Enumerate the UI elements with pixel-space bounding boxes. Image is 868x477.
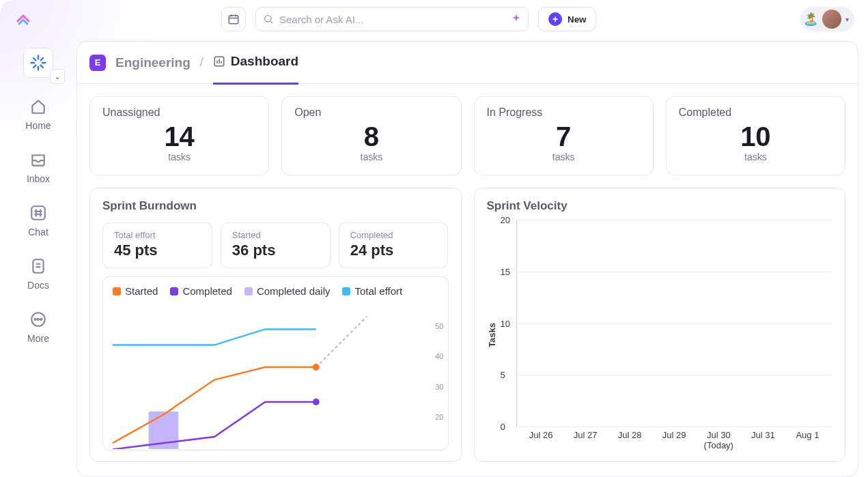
burndown-ytick: 20: [435, 413, 443, 421]
space-name[interactable]: Engineering: [115, 55, 191, 70]
sprint-velocity-card: Sprint Velocity Tasks 05101520 Jul 26Jul…: [474, 188, 846, 462]
mini-label: Completed: [350, 230, 437, 240]
more-icon: [29, 310, 48, 329]
tab-dashboard[interactable]: Dashboard: [213, 54, 298, 85]
svg-point-7: [40, 319, 42, 320]
breadcrumb-tabs: E Engineering / Dashboard: [77, 42, 858, 84]
calendar-button[interactable]: [221, 7, 246, 31]
workspace-switcher[interactable]: ⌄: [50, 69, 65, 84]
svg-point-5: [35, 319, 36, 320]
plus-icon: +: [548, 12, 562, 26]
velocity-ytick: 0: [501, 422, 505, 432]
breadcrumb-separator: /: [200, 55, 204, 70]
main-panel: E Engineering / Dashboard Unassigned 14 …: [76, 41, 858, 477]
workspace-logo-icon: [29, 53, 48, 72]
velocity-grid: 05101520: [516, 220, 833, 427]
velocity-xtick: Jul 27: [565, 430, 606, 450]
dashboard-content: Unassigned 14 tasks Open 8 tasks In Prog…: [77, 84, 858, 476]
topbar: + New 🏝️ ▾: [0, 0, 868, 38]
sidebar-item-label: Chat: [28, 227, 48, 237]
stat-sub: tasks: [294, 151, 448, 162]
sidebar-item-inbox[interactable]: Inbox: [27, 150, 50, 184]
sidebar-item-label: Home: [25, 120, 51, 131]
search-box[interactable]: [255, 7, 529, 31]
search-input[interactable]: [279, 14, 506, 25]
velocity-xtick: Jul 30(Today): [698, 430, 739, 450]
burndown-chart: Started Completed Completed daily Total …: [102, 276, 449, 450]
velocity-ytick: 15: [501, 266, 510, 276]
dashboard-icon: [213, 55, 225, 68]
chevron-down-icon: ⌄: [55, 73, 60, 81]
svg-point-10: [313, 364, 320, 371]
burndown-ytick: 50: [435, 322, 443, 330]
svg-point-6: [38, 319, 39, 320]
stat-card-open[interactable]: Open 8 tasks: [281, 96, 461, 175]
stat-value: 14: [102, 121, 256, 151]
sidebar-item-label: Docs: [27, 280, 49, 291]
velocity-ylabel: Tasks: [487, 220, 497, 450]
new-button[interactable]: + New: [538, 7, 596, 31]
svg-point-1: [265, 16, 271, 22]
stat-title: Completed: [679, 106, 832, 119]
workspace-tile[interactable]: ⌄: [23, 48, 53, 78]
hash-icon: [29, 203, 48, 222]
inbox-icon: [29, 150, 48, 169]
burndown-svg: [113, 307, 438, 449]
tab-label: Dashboard: [231, 54, 298, 69]
stat-card-unassigned[interactable]: Unassigned 14 tasks: [89, 96, 269, 175]
mini-label: Total effort: [114, 230, 201, 240]
stat-card-in-progress[interactable]: In Progress 7 tasks: [474, 96, 654, 175]
velocity-xtick: Jul 28: [609, 430, 650, 450]
ai-sparkle-icon: [512, 13, 521, 25]
stat-value: 7: [487, 121, 641, 151]
velocity-xtick: Aug 1: [787, 430, 828, 450]
legend-swatch-total-effort: [342, 287, 350, 295]
space-badge[interactable]: E: [89, 55, 106, 71]
stat-card-completed[interactable]: Completed 10 tasks: [666, 96, 845, 175]
burndown-legend: Started Completed Completed daily Total …: [113, 285, 438, 297]
mini-card-started[interactable]: Started 36 pts: [221, 222, 331, 268]
search-icon: [263, 14, 274, 25]
stat-sub: tasks: [487, 151, 641, 162]
burndown-ytick: 30: [435, 383, 443, 391]
stats-row: Unassigned 14 tasks Open 8 tasks In Prog…: [89, 96, 845, 175]
velocity-ytick: 20: [501, 215, 510, 225]
mini-card-completed[interactable]: Completed 24 pts: [339, 222, 449, 268]
burndown-ytick: 40: [435, 352, 443, 360]
sidebar-item-chat[interactable]: Chat: [28, 203, 48, 237]
stat-sub: tasks: [679, 151, 832, 162]
velocity-xtick: Jul 29: [654, 430, 695, 450]
velocity-ytick: 10: [501, 318, 510, 328]
velocity-xtick: Jul 31: [742, 430, 783, 450]
home-icon: [29, 97, 48, 116]
stat-sub: tasks: [102, 151, 256, 162]
palm-icon: 🏝️: [803, 12, 818, 27]
mini-value: 36 pts: [232, 242, 319, 259]
sidebar-item-more[interactable]: More: [27, 310, 49, 344]
chevron-down-icon: ▾: [845, 16, 849, 23]
chart-title: Sprint Velocity: [487, 199, 833, 213]
legend-label: Started: [125, 285, 158, 297]
sprint-burndown-card: Sprint Burndown Total effort 45 pts Star…: [89, 188, 462, 462]
velocity-ytick: 5: [501, 370, 505, 380]
svg-rect-2: [31, 206, 45, 220]
avatar: [822, 10, 841, 29]
doc-icon: [29, 257, 48, 276]
stat-title: Open: [294, 106, 448, 119]
stat-title: In Progress: [487, 106, 641, 119]
brand-icon: [14, 10, 33, 29]
stat-value: 10: [679, 121, 832, 151]
sidebar-item-home[interactable]: Home: [25, 97, 51, 131]
mini-card-total-effort[interactable]: Total effort 45 pts: [102, 222, 212, 268]
mini-value: 24 pts: [350, 242, 437, 259]
sidebar: ⌄ Home Inbox Chat Docs More: [0, 41, 76, 477]
legend-swatch-completed-daily: [244, 287, 253, 295]
new-button-label: New: [568, 14, 586, 25]
legend-swatch-completed: [170, 287, 178, 295]
profile-menu[interactable]: 🏝️ ▾: [800, 7, 854, 31]
sidebar-item-label: More: [27, 333, 49, 344]
svg-point-11: [313, 399, 320, 405]
velocity-xtick: Jul 26: [520, 430, 561, 450]
legend-label: Total effort: [354, 285, 402, 297]
sidebar-item-docs[interactable]: Docs: [27, 257, 49, 291]
